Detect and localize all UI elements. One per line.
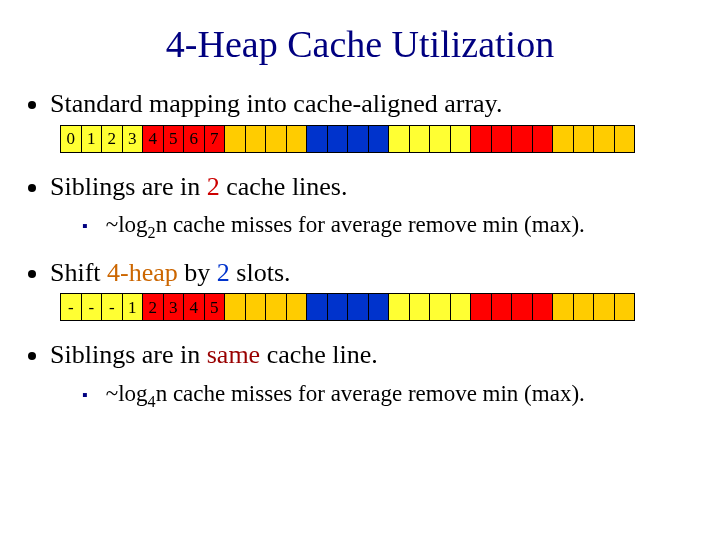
- array-cell: [306, 126, 327, 152]
- array-cell: [265, 294, 286, 320]
- array-cell: [593, 126, 614, 152]
- array-cell: [368, 294, 389, 320]
- array-cell: [368, 126, 389, 152]
- bullet-siblings-same-line: Siblings are in same cache line. ~log4n …: [50, 339, 692, 411]
- array-cell: [429, 126, 450, 152]
- sub-bullet-log2: ~log2n cache misses for average remove m…: [82, 211, 692, 243]
- array-cell: [593, 294, 614, 320]
- sub-list: ~log2n cache misses for average remove m…: [50, 211, 692, 243]
- text: ~log: [106, 212, 148, 237]
- array-cell: [409, 126, 430, 152]
- array-cell: 6: [183, 126, 204, 152]
- array-cell: [532, 294, 553, 320]
- text: ~log: [106, 381, 148, 406]
- array-cell: -: [81, 294, 102, 320]
- text: n cache misses for average remove min (m…: [156, 381, 585, 406]
- array-cell: 7: [204, 126, 225, 152]
- array-cell: [470, 294, 491, 320]
- sub-bullet-log4: ~log4n cache misses for average remove m…: [82, 380, 692, 412]
- array-cell: 4: [142, 126, 163, 152]
- text: Siblings are in: [50, 340, 207, 369]
- text: n cache misses for average remove min (m…: [156, 212, 585, 237]
- array-cell: [573, 126, 594, 152]
- array2-wrap: ---12345: [60, 293, 692, 321]
- array-cell: [245, 294, 266, 320]
- array-cell: 2: [101, 126, 122, 152]
- array-cell: [265, 126, 286, 152]
- array-cell: 3: [122, 126, 143, 152]
- array-cell: [245, 126, 266, 152]
- array-cell: [409, 294, 430, 320]
- slide: 4-Heap Cache Utilization Standard mappin…: [0, 0, 720, 411]
- bullet-list: Standard mapping into cache-aligned arra…: [28, 88, 692, 411]
- bullet-standard-mapping: Standard mapping into cache-aligned arra…: [50, 88, 692, 153]
- array-cell: 4: [183, 294, 204, 320]
- array-cell: 3: [163, 294, 184, 320]
- array-cell: [614, 126, 635, 152]
- array-cell: 1: [81, 126, 102, 152]
- array2: ---12345: [60, 293, 635, 321]
- bullet-siblings-2-lines: Siblings are in 2 cache lines. ~log2n ca…: [50, 171, 692, 243]
- array-cell: [573, 294, 594, 320]
- array-cell: [470, 126, 491, 152]
- text-blue: 2: [217, 258, 230, 287]
- array-cell: [511, 294, 532, 320]
- array-cell: [388, 126, 409, 152]
- array1: 01234567: [60, 125, 635, 153]
- sub-list: ~log4n cache misses for average remove m…: [50, 380, 692, 412]
- subscript: 2: [148, 224, 156, 241]
- array-cell: [429, 294, 450, 320]
- array-cell: [450, 294, 471, 320]
- array-cell: 5: [204, 294, 225, 320]
- text: cache line.: [260, 340, 378, 369]
- array-cell: [552, 294, 573, 320]
- text: Shift: [50, 258, 107, 287]
- array-cell: [511, 126, 532, 152]
- array-cell: -: [60, 294, 81, 320]
- array-cell: [347, 294, 368, 320]
- array-cell: 2: [142, 294, 163, 320]
- text-red: 2: [207, 172, 220, 201]
- array-cell: -: [101, 294, 122, 320]
- subscript: 4: [148, 392, 156, 409]
- text: slots.: [230, 258, 291, 287]
- bullet-shift-heap: Shift 4-heap by 2 slots. ---12345: [50, 257, 692, 322]
- array-cell: [286, 126, 307, 152]
- array-cell: [491, 294, 512, 320]
- array-cell: [327, 126, 348, 152]
- text: Siblings are in: [50, 172, 207, 201]
- array-cell: [327, 294, 348, 320]
- array-cell: [306, 294, 327, 320]
- array-cell: 1: [122, 294, 143, 320]
- array-cell: 5: [163, 126, 184, 152]
- text: by: [178, 258, 217, 287]
- array-cell: [286, 294, 307, 320]
- array1-wrap: 01234567: [60, 125, 692, 153]
- array-cell: [532, 126, 553, 152]
- text: Standard mapping into cache-aligned arra…: [50, 89, 502, 118]
- slide-title: 4-Heap Cache Utilization: [28, 22, 692, 66]
- array-cell: 0: [60, 126, 81, 152]
- text-darkred: same: [207, 340, 260, 369]
- array-cell: [224, 294, 245, 320]
- array-cell: [347, 126, 368, 152]
- text-orange: 4-heap: [107, 258, 178, 287]
- array-cell: [491, 126, 512, 152]
- array-cell: [450, 126, 471, 152]
- array-cell: [388, 294, 409, 320]
- array-cell: [224, 126, 245, 152]
- array-cell: [614, 294, 635, 320]
- text: cache lines.: [220, 172, 348, 201]
- array-cell: [552, 126, 573, 152]
